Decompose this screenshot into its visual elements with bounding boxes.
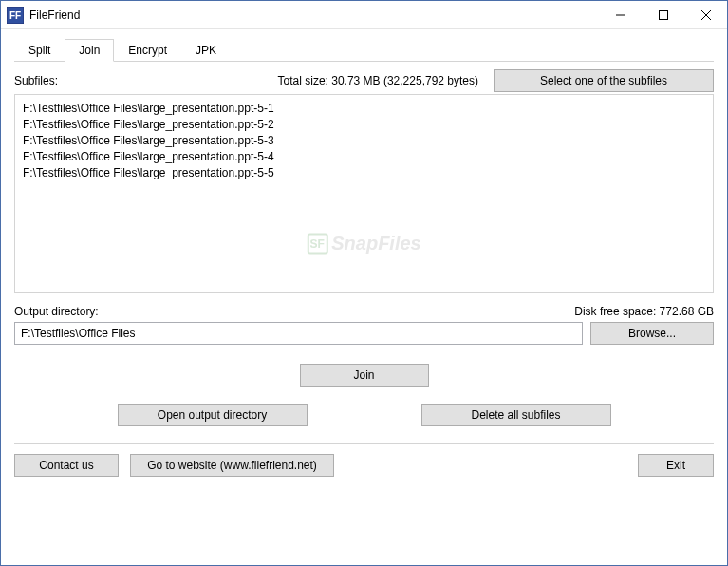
window-title: FileFriend	[29, 9, 80, 22]
website-button[interactable]: Go to website (www.filefriend.net)	[130, 454, 334, 477]
contact-button[interactable]: Contact us	[14, 454, 119, 477]
app-icon: FF	[7, 7, 24, 24]
tab-bar: Split Join Encrypt JPK	[14, 39, 714, 62]
tab-jpk[interactable]: JPK	[181, 39, 231, 61]
content-area: Split Join Encrypt JPK Subfiles: Total s…	[1, 29, 727, 565]
join-button[interactable]: Join	[300, 364, 429, 387]
titlebar: FF FileFriend	[1, 1, 727, 29]
select-subfile-button[interactable]: Select one of the subfiles	[494, 69, 714, 92]
total-size-label: Total size: 30.73 MB (32,225,792 bytes)	[65, 74, 478, 87]
secondary-action-row: Open output directory Delete all subfile…	[14, 404, 714, 426]
list-item[interactable]: F:\Testfiles\Office Files\large_presenta…	[23, 165, 705, 181]
divider	[14, 443, 714, 444]
list-item[interactable]: F:\Testfiles\Office Files\large_presenta…	[23, 101, 705, 117]
subfiles-list[interactable]: F:\Testfiles\Office Files\large_presenta…	[14, 94, 714, 293]
disk-free-space-label: Disk free space: 772.68 GB	[574, 305, 714, 318]
tab-join[interactable]: Join	[65, 39, 114, 62]
exit-button[interactable]: Exit	[638, 454, 714, 477]
output-directory-input[interactable]	[14, 322, 583, 345]
subfiles-label: Subfiles:	[14, 74, 58, 87]
subfiles-header: Subfiles: Total size: 30.73 MB (32,225,7…	[14, 69, 714, 92]
window-controls	[599, 1, 727, 28]
watermark-text: SnapFiles	[331, 233, 420, 255]
list-item[interactable]: F:\Testfiles\Office Files\large_presenta…	[23, 133, 705, 149]
app-window: FF FileFriend Split Join Encrypt JPK Sub…	[0, 0, 728, 566]
svg-text:FF: FF	[9, 10, 21, 21]
output-header: Output directory: Disk free space: 772.6…	[14, 305, 714, 318]
footer: Contact us Go to website (www.filefriend…	[14, 454, 714, 477]
maximize-button[interactable]	[642, 1, 684, 28]
tab-split[interactable]: Split	[14, 39, 65, 61]
tab-encrypt[interactable]: Encrypt	[114, 39, 181, 61]
watermark-icon: SF	[307, 233, 327, 254]
close-button[interactable]	[684, 1, 727, 28]
minimize-button[interactable]	[599, 1, 642, 28]
output-input-row: Browse...	[14, 322, 714, 345]
list-item[interactable]: F:\Testfiles\Office Files\large_presenta…	[23, 117, 705, 133]
delete-all-button[interactable]: Delete all subfiles	[421, 404, 611, 426]
list-item[interactable]: F:\Testfiles\Office Files\large_presenta…	[23, 149, 705, 165]
output-directory-label: Output directory:	[14, 305, 99, 318]
svg-rect-3	[659, 10, 667, 19]
browse-button[interactable]: Browse...	[590, 322, 714, 345]
action-area: Join Open output directory Delete all su…	[14, 364, 714, 426]
open-output-button[interactable]: Open output directory	[118, 404, 308, 426]
watermark: SF SnapFiles	[307, 233, 420, 255]
